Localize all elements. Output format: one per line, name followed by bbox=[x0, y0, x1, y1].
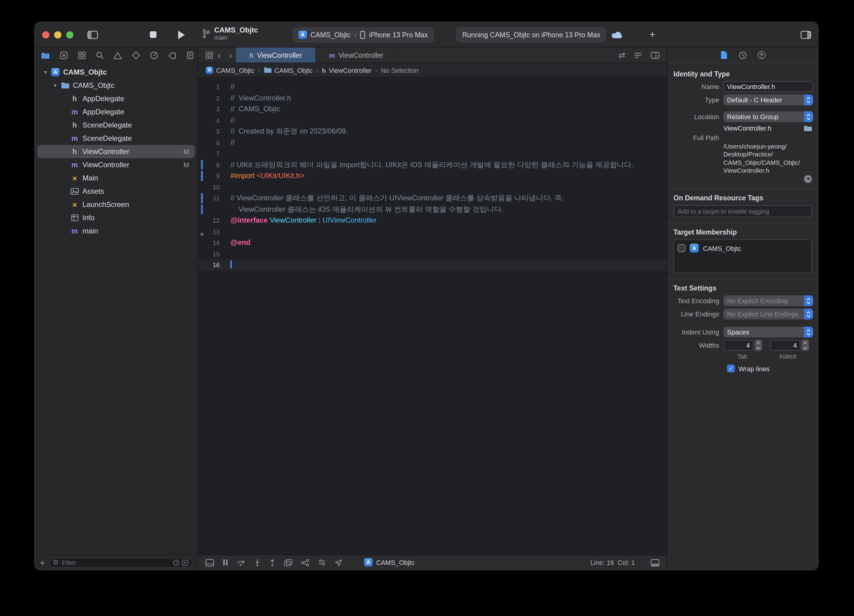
file-tree-item-cams-objtc[interactable]: ▾ACAMS_Objtc bbox=[37, 65, 195, 79]
zoom-window-button[interactable] bbox=[66, 31, 73, 38]
target-membership-checkbox[interactable] bbox=[678, 244, 685, 252]
line-endings-popup[interactable]: No Explicit Line Endings bbox=[723, 309, 813, 319]
code-review-icon[interactable]: ⇄ bbox=[619, 50, 625, 59]
step-out-icon[interactable] bbox=[269, 558, 276, 566]
tab-viewcontroller-h[interactable]: h ViewController bbox=[236, 47, 316, 62]
gutter[interactable]: 3 bbox=[198, 103, 226, 115]
code-line-16[interactable]: 16 bbox=[198, 259, 667, 271]
test-navigator-icon[interactable] bbox=[131, 51, 140, 59]
gutter[interactable]: 1 bbox=[198, 81, 226, 92]
pause-icon[interactable] bbox=[223, 559, 228, 566]
gutter[interactable]: 5 bbox=[198, 126, 226, 137]
file-reference-row[interactable]: ViewController.h bbox=[723, 125, 813, 132]
gutter[interactable]: 2 bbox=[198, 92, 226, 103]
go-forward-button[interactable]: › bbox=[225, 50, 236, 60]
stepper-arrows-icon[interactable]: ▲▼ bbox=[755, 340, 762, 351]
code-line-15[interactable]: 15 bbox=[198, 248, 667, 259]
type-popup[interactable]: Default - C Header bbox=[723, 94, 813, 105]
code-line-8[interactable]: 8// UIKit 프레임워크의 헤더 파일을 import합니다. UIKit… bbox=[198, 159, 667, 170]
code-line-wrap[interactable]: ViewController 클래스는 iOS 애플리케이션의 뷰 컨트롤러 역… bbox=[198, 204, 667, 215]
chevron-expanded-icon[interactable]: ▾ bbox=[41, 69, 50, 75]
file-tree-item-main[interactable]: ×Main bbox=[37, 172, 195, 185]
add-editor-button[interactable]: + bbox=[650, 29, 656, 41]
location-popup[interactable]: Relative to Group bbox=[723, 111, 813, 122]
source-control-navigator-icon[interactable] bbox=[59, 51, 68, 59]
issue-navigator-icon[interactable] bbox=[113, 52, 122, 59]
file-tree-item-scenedelegate[interactable]: mSceneDelegate bbox=[37, 132, 195, 145]
activity-status[interactable]: Running CAMS_Objtc on iPhone 13 Pro Max bbox=[456, 27, 606, 43]
step-over-icon[interactable] bbox=[236, 559, 246, 566]
source-control-status-icon[interactable] bbox=[182, 559, 188, 566]
code-line-9[interactable]: 9#import <UIKit/UIKit.h> bbox=[198, 170, 667, 181]
file-inspector-icon[interactable] bbox=[720, 50, 727, 59]
code-line-14[interactable]: 14@end bbox=[198, 237, 667, 248]
memory-graph-icon[interactable] bbox=[301, 558, 310, 566]
gutter[interactable]: 15 bbox=[198, 248, 226, 259]
indent-using-popup[interactable]: Spaces bbox=[723, 327, 813, 338]
file-tree-item-appdelegate[interactable]: mAppDelegate bbox=[37, 105, 195, 119]
code-line-4[interactable]: 4// bbox=[198, 115, 667, 126]
step-into-icon[interactable] bbox=[254, 558, 261, 566]
reveal-in-finder-arrow-icon[interactable]: ➔ bbox=[804, 175, 812, 183]
project-navigator-icon[interactable] bbox=[41, 52, 50, 59]
breadcrumb-file[interactable]: h ViewController bbox=[322, 67, 372, 74]
tab-overview-icon[interactable] bbox=[205, 51, 214, 59]
gutter[interactable]: 14 bbox=[198, 237, 226, 248]
split-editor-icon[interactable] bbox=[651, 52, 660, 59]
breadcrumb-project[interactable]: A CAMS_Objtc bbox=[206, 67, 254, 74]
debug-navigator-icon[interactable] bbox=[149, 51, 158, 59]
tab-viewcontroller-m[interactable]: m ViewController bbox=[316, 47, 397, 62]
code-line-10[interactable]: 10 bbox=[198, 181, 667, 193]
gutter[interactable]: 7 bbox=[198, 148, 226, 159]
gutter[interactable]: 12 bbox=[198, 215, 226, 226]
file-tree-item-main[interactable]: mmain bbox=[37, 224, 195, 237]
code-line-1[interactable]: 1// bbox=[198, 81, 667, 92]
close-window-button[interactable] bbox=[42, 31, 49, 38]
code-line-5[interactable]: 5// Created by 최준영 on 2023/06/09. bbox=[198, 126, 667, 137]
code-line-2[interactable]: 2// ViewController.h bbox=[198, 92, 667, 103]
target-membership-row[interactable]: A CAMS_Objtc bbox=[678, 243, 808, 252]
text-encoding-popup[interactable]: No Explicit Encoding bbox=[723, 295, 813, 306]
file-tree-item-scenedelegate[interactable]: hSceneDelegate bbox=[37, 119, 195, 132]
file-tree-item-launchscreen[interactable]: ×LaunchScreen bbox=[37, 198, 195, 211]
file-tree-item-viewcontroller[interactable]: hViewControllerM bbox=[37, 145, 195, 158]
run-destination-selector[interactable]: A CAMS_Objtc › iPhone 13 Pro Max bbox=[293, 27, 434, 43]
breakpoint-navigator-icon[interactable] bbox=[167, 52, 176, 59]
indent-width-stepper[interactable]: 4 ▲▼ bbox=[770, 340, 809, 351]
code-line-7[interactable]: 7 bbox=[198, 148, 667, 159]
name-field[interactable]: ViewController.h bbox=[723, 81, 813, 92]
gutter[interactable]: 4 bbox=[198, 115, 226, 126]
recent-files-clock-icon[interactable] bbox=[173, 559, 179, 566]
environment-overrides-icon[interactable] bbox=[318, 559, 326, 566]
symbol-navigator-icon[interactable] bbox=[77, 51, 86, 59]
gutter[interactable]: 10 bbox=[198, 181, 226, 193]
add-file-button[interactable]: + bbox=[40, 558, 45, 567]
toggle-inspector-button[interactable] bbox=[801, 31, 811, 39]
file-tree-item-info[interactable]: Info bbox=[37, 211, 195, 224]
code-line-12[interactable]: 12@interface ViewController : UIViewCont… bbox=[198, 215, 667, 226]
wrap-lines-checkbox[interactable]: ✓ bbox=[727, 365, 735, 373]
code-editor[interactable]: 1//2// ViewController.h3// CAMS_Objtc4//… bbox=[198, 78, 667, 555]
code-line-13[interactable]: 13 bbox=[198, 226, 667, 237]
console-toggle-icon[interactable] bbox=[651, 558, 660, 566]
gutter[interactable]: 8 bbox=[198, 159, 226, 170]
find-navigator-icon[interactable] bbox=[95, 51, 104, 59]
gutter[interactable]: 9 bbox=[198, 170, 226, 181]
debug-area-toggle-icon[interactable] bbox=[205, 558, 214, 566]
file-tree-item-viewcontroller[interactable]: mViewControllerM bbox=[37, 158, 195, 172]
tab-width-stepper[interactable]: 4 ▲▼ bbox=[723, 340, 762, 351]
running-process[interactable]: A CAMS_Objtc bbox=[364, 558, 414, 567]
breadcrumb-selection[interactable]: No Selection bbox=[381, 67, 419, 74]
breadcrumb-group[interactable]: CAMS_Objtc bbox=[264, 67, 313, 74]
resource-tags-input[interactable]: Add to a target to enable tagging bbox=[674, 205, 812, 217]
report-navigator-icon[interactable] bbox=[185, 51, 194, 59]
file-tree-item-appdelegate[interactable]: hAppDelegate bbox=[37, 92, 195, 105]
quick-help-inspector-icon[interactable]: ? bbox=[757, 51, 765, 59]
cloud-sync-button[interactable] bbox=[611, 31, 624, 39]
gutter[interactable]: 6 bbox=[198, 137, 226, 148]
filter-input[interactable]: Filter bbox=[49, 557, 192, 567]
editor-options-icon[interactable] bbox=[634, 52, 642, 59]
code-line-3[interactable]: 3// CAMS_Objtc bbox=[198, 103, 667, 115]
history-inspector-icon[interactable] bbox=[738, 51, 747, 59]
go-back-button[interactable]: ‹ bbox=[214, 50, 225, 60]
